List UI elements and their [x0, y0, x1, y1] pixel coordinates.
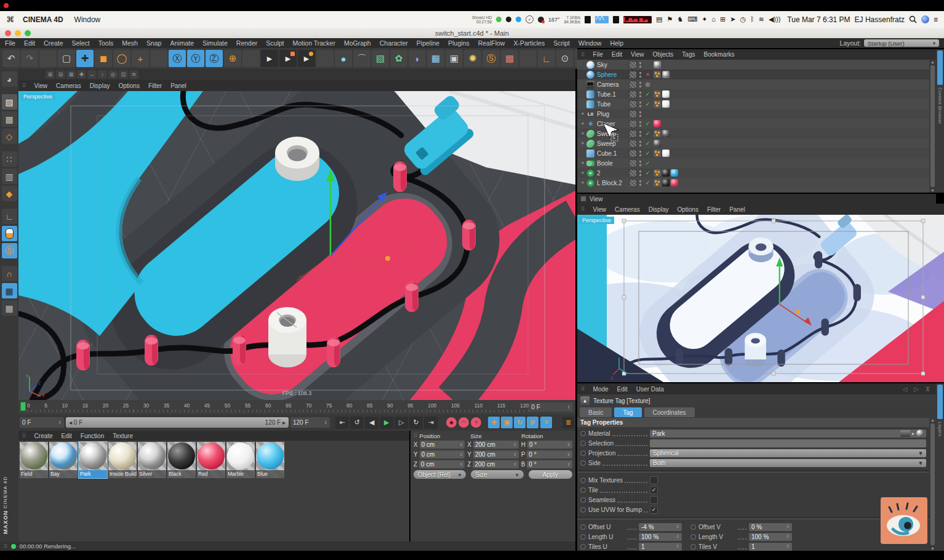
anim-dot-icon[interactable] — [580, 478, 586, 483]
expand-icon[interactable]: + — [579, 170, 586, 176]
panel-grip-icon[interactable]: ⠿ — [414, 433, 417, 439]
object-row[interactable]: Camera ◎ — [577, 79, 936, 89]
object-tag-icon[interactable] — [654, 130, 661, 137]
menu-item[interactable]: Script — [553, 39, 570, 47]
current-frame-marker[interactable] — [20, 402, 26, 411]
object-manager-scrollbar[interactable]: ▲▼ — [929, 60, 936, 193]
material-menu-item[interactable]: Texture — [113, 433, 133, 439]
object-tag-icon[interactable] — [654, 90, 661, 98]
knight-icon[interactable]: ♞ — [677, 15, 683, 23]
timeline-ruler[interactable]: 0510152025303540455055606570758085909510… — [18, 400, 575, 414]
checkbox[interactable] — [650, 476, 658, 484]
object-tag-icon[interactable] — [662, 150, 670, 157]
menu-item[interactable]: Create — [44, 39, 63, 47]
uv-field[interactable]: 100 %⇕ — [749, 533, 792, 541]
position-z-field[interactable]: 0 cm⇕ — [419, 460, 465, 468]
object-tag-icon[interactable] — [662, 100, 670, 108]
layer-toggle-icon[interactable] — [629, 120, 637, 128]
anim-dot-icon[interactable] — [690, 544, 696, 550]
macos-app-name[interactable]: CINEMA 4D — [23, 15, 63, 24]
coord-mode-dropdown[interactable]: Object (Rel)▼ — [414, 470, 466, 479]
panel-grip-icon[interactable]: ⠿ — [581, 52, 585, 58]
size-x-field[interactable]: 200 cm⇕ — [473, 441, 519, 449]
position-x-field[interactable]: 0 cm⇕ — [420, 441, 465, 449]
location-icon[interactable]: ➤ — [730, 15, 735, 23]
material-menu-item[interactable]: Function — [81, 433, 104, 439]
viewport-menu-item[interactable]: Filter — [148, 82, 162, 89]
object-row[interactable]: Sphere × — [577, 70, 936, 79]
expand-icon[interactable]: + — [579, 140, 586, 146]
attribute-tab[interactable]: Tag — [614, 407, 641, 417]
uv-field[interactable]: -4 %⇕ — [639, 523, 682, 531]
attribute-menu-item[interactable]: User Data — [636, 386, 664, 393]
visibility-dots-icon[interactable] — [639, 121, 642, 127]
snap-circle-icon[interactable]: ◎ — [108, 70, 118, 79]
material-swatch[interactable]: Blue — [256, 442, 284, 478]
menu-item[interactable]: RealFlow — [478, 39, 505, 47]
object-row[interactable]: + 2 ✓ — [577, 168, 936, 178]
layer-toggle-icon[interactable] — [629, 169, 637, 177]
panel-grip-icon[interactable]: ⠿ — [22, 82, 26, 89]
object-tag-icon[interactable] — [671, 169, 678, 177]
snap-grid-icon[interactable]: ⊞ — [46, 70, 55, 79]
attribute-tab[interactable]: Coordinates — [644, 407, 695, 417]
record-keyframe-button[interactable]: ◆ — [446, 417, 457, 428]
object-manager-menu-item[interactable]: File — [593, 51, 603, 58]
cpu-meter-icon[interactable] — [585, 16, 591, 23]
render-view-menu-item[interactable]: Display — [649, 206, 669, 213]
menubar-user[interactable]: EJ Hassenfratz — [855, 15, 905, 24]
volume-icon[interactable]: ◀))) — [769, 15, 780, 23]
visibility-dots-icon[interactable] — [639, 180, 642, 186]
keyboard-icon[interactable]: ⌨ — [687, 15, 697, 23]
layer-toggle-icon[interactable] — [629, 159, 637, 167]
apple-menu-icon[interactable]: ⌘ — [6, 15, 14, 24]
uv-field[interactable]: 0 %⇕ — [749, 523, 792, 531]
active-side-tab[interactable] — [937, 385, 943, 419]
notification-center-icon[interactable]: ≡ — [934, 15, 938, 24]
object-tag-icon[interactable] — [654, 100, 661, 108]
projection-dropdown[interactable]: Spherical▼ — [650, 449, 926, 457]
rotation-p-field[interactable]: 0 °⇕ — [527, 450, 572, 458]
enable-state-icon[interactable]: ✓ — [644, 140, 652, 146]
menu-item[interactable]: Simulate — [202, 39, 228, 47]
uv-field[interactable]: 1⇕ — [639, 543, 682, 551]
snap-h-icon[interactable]: ↔ — [87, 70, 97, 79]
snap-wave-icon[interactable]: ≋ — [129, 70, 138, 79]
anim-dot-icon[interactable] — [580, 460, 586, 466]
viewport-canvas[interactable] — [18, 91, 575, 400]
visibility-dots-icon[interactable] — [639, 170, 642, 177]
material-swatch[interactable]: Inside Build — [108, 442, 137, 478]
rotation-b-field[interactable]: 0 °⇕ — [527, 460, 572, 468]
object-manager-menu-item[interactable]: Objects — [652, 51, 673, 58]
current-frame-field[interactable]: 0 F⇕ — [20, 417, 64, 428]
anim-dot-icon[interactable] — [580, 441, 586, 446]
object-tag-icon[interactable] — [654, 120, 661, 127]
object-name[interactable]: L Block.2 — [597, 180, 629, 186]
snap-cross-icon[interactable]: ⊠ — [66, 70, 76, 79]
menu-item[interactable]: Motion Tracker — [292, 39, 335, 47]
panel-grip-icon[interactable]: ⠿ — [22, 433, 26, 439]
menu-item[interactable]: MoGraph — [344, 39, 371, 47]
layer-toggle-icon[interactable] — [629, 150, 637, 158]
object-name[interactable]: 2 — [597, 170, 629, 177]
spark-icon[interactable]: ✦ — [702, 15, 707, 23]
object-row[interactable]: + Sweep ✓ — [577, 129, 936, 138]
object-row[interactable]: + Sweep ✓ — [577, 138, 936, 148]
key-position-button[interactable]: ✚ — [488, 417, 500, 428]
enable-state-icon[interactable]: × — [644, 71, 652, 78]
enable-state-icon[interactable]: ✓ — [644, 130, 652, 137]
anim-dot-icon[interactable] — [580, 544, 586, 550]
visibility-dots-icon[interactable] — [639, 91, 642, 98]
layer-toggle-icon[interactable] — [629, 179, 637, 187]
object-row[interactable]: Cube.1 ✓ — [577, 148, 936, 158]
menu-item[interactable]: Window — [578, 39, 601, 47]
activity-graph-icon[interactable] — [595, 16, 609, 23]
attribute-menu-item[interactable]: Edit — [617, 386, 628, 393]
object-tag-icon[interactable] — [662, 130, 670, 137]
keyframe-bar-icon[interactable]: ≣ — [562, 417, 574, 428]
menu-item[interactable]: Character — [380, 39, 408, 47]
menu-item[interactable]: Tools — [98, 39, 114, 47]
menu-item[interactable]: X-Particles — [513, 39, 545, 47]
visibility-dots-icon[interactable] — [639, 130, 642, 137]
siri-icon[interactable] — [921, 15, 929, 23]
